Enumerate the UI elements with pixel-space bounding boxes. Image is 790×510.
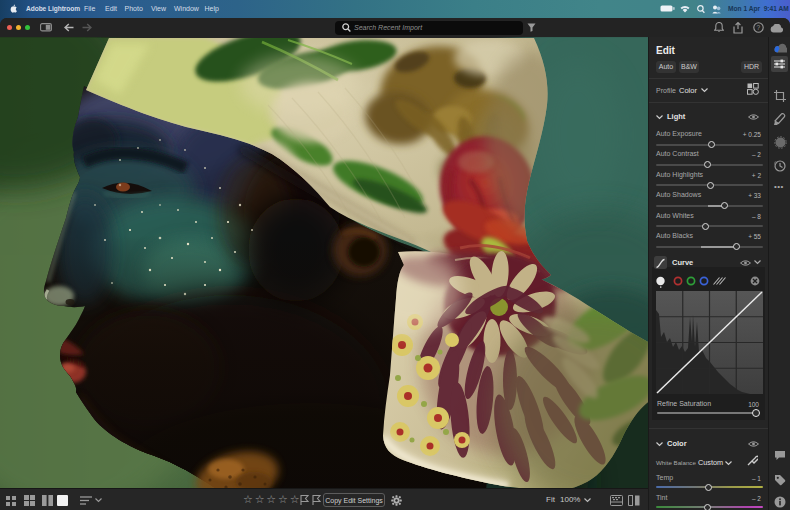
svg-text:?: ? [757,24,761,31]
